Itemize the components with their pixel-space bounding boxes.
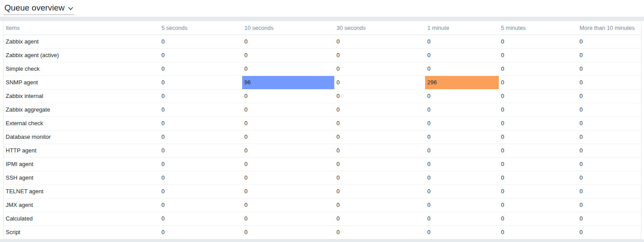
table-header: Items5 seconds10 seconds30 seconds1 minu… — [4, 21, 641, 35]
queue-table-container: Items5 seconds10 seconds30 seconds1 minu… — [3, 21, 641, 239]
queue-count-cell: 0 — [334, 62, 425, 76]
table-row: Zabbix internal000000 — [4, 89, 641, 103]
queue-count-cell: 0 — [577, 103, 641, 116]
table-row: External check000000 — [4, 116, 641, 130]
item-type-label: IPMI agent — [4, 157, 159, 171]
queue-count-cell: 0 — [425, 35, 499, 48]
queue-count-cell: 0 — [425, 48, 499, 62]
page-background-band-top — [0, 17, 644, 21]
queue-count-cell: 0 — [334, 212, 425, 225]
item-type-label: SSH agent — [4, 171, 159, 184]
queue-count-cell: 0 — [499, 171, 577, 184]
queue-count-cell: 0 — [334, 144, 425, 157]
queue-count-cell: 0 — [159, 225, 242, 239]
table-row: Simple check000000 — [4, 62, 641, 76]
queue-count-cell: 0 — [159, 184, 242, 198]
item-type-label: Database monitor — [4, 130, 159, 144]
queue-count-cell: 0 — [242, 62, 334, 76]
table-row: IPMI agent000000 — [4, 157, 641, 171]
column-header-1-minute: 1 minute — [425, 21, 499, 35]
queue-count-cell: 0 — [577, 89, 641, 103]
queue-count-cell-highlighted: 96 — [242, 76, 334, 89]
queue-count-cell: 0 — [577, 130, 641, 144]
queue-count-cell: 0 — [499, 103, 577, 116]
table-row: Calculated000000 — [4, 212, 641, 225]
queue-count-cell: 0 — [159, 212, 242, 225]
item-type-label: Zabbix internal — [4, 89, 159, 103]
page-background-band-bottom — [0, 239, 644, 242]
queue-count-cell: 0 — [499, 184, 577, 198]
queue-count-cell: 0 — [499, 116, 577, 130]
queue-count-cell: 0 — [334, 103, 425, 116]
table-row: SSH agent000000 — [4, 171, 641, 184]
queue-count-cell: 0 — [242, 130, 334, 144]
queue-count-cell: 0 — [334, 89, 425, 103]
queue-count-cell: 0 — [425, 198, 499, 212]
queue-count-cell: 0 — [159, 171, 242, 184]
table-row: Zabbix agent (active)000000 — [4, 48, 641, 62]
queue-count-cell: 0 — [499, 48, 577, 62]
queue-count-cell: 0 — [425, 171, 499, 184]
queue-count-cell: 0 — [499, 76, 577, 89]
item-type-label: Zabbix aggregate — [4, 103, 159, 116]
queue-count-cell: 0 — [242, 89, 334, 103]
queue-count-cell: 0 — [499, 157, 577, 171]
queue-count-cell: 0 — [425, 116, 499, 130]
column-header-30-seconds: 30 seconds — [334, 21, 425, 35]
table-row: HTTP agent000000 — [4, 144, 641, 157]
queue-count-cell: 0 — [242, 35, 334, 48]
column-header-items: Items — [4, 21, 159, 35]
item-type-label: Calculated — [4, 212, 159, 225]
item-type-label: Zabbix agent — [4, 35, 159, 48]
queue-count-cell: 0 — [242, 171, 334, 184]
queue-count-cell: 0 — [334, 198, 425, 212]
table-row: Script000000 — [4, 225, 641, 239]
queue-count-cell: 0 — [425, 144, 499, 157]
queue-count-cell: 0 — [425, 157, 499, 171]
table-row: Database monitor000000 — [4, 130, 641, 144]
queue-count-cell: 0 — [499, 198, 577, 212]
queue-count-cell: 0 — [334, 130, 425, 144]
queue-count-cell: 0 — [499, 89, 577, 103]
queue-count-cell: 0 — [499, 35, 577, 48]
queue-count-cell: 0 — [577, 212, 641, 225]
queue-count-cell: 0 — [242, 225, 334, 239]
queue-count-cell: 0 — [334, 48, 425, 62]
queue-count-cell-highlighted: 296 — [425, 76, 499, 89]
item-type-label: SNMP agent — [4, 76, 159, 89]
item-type-label: Simple check — [4, 62, 159, 76]
queue-count-cell: 0 — [159, 89, 242, 103]
queue-count-cell: 0 — [577, 157, 641, 171]
queue-count-cell: 0 — [425, 62, 499, 76]
queue-count-cell: 0 — [159, 62, 242, 76]
queue-count-cell: 0 — [242, 184, 334, 198]
queue-count-cell: 0 — [334, 116, 425, 130]
queue-count-cell: 0 — [159, 76, 242, 89]
queue-count-cell: 0 — [242, 198, 334, 212]
table-row: Zabbix aggregate000000 — [4, 103, 641, 116]
queue-count-cell: 0 — [334, 184, 425, 198]
queue-count-cell: 0 — [577, 76, 641, 89]
queue-count-cell: 0 — [577, 225, 641, 239]
queue-count-cell: 0 — [159, 116, 242, 130]
table-row: SNMP agent096029600 — [4, 76, 641, 89]
queue-count-cell: 0 — [242, 103, 334, 116]
title-bar: Queue overview — [0, 0, 644, 17]
table-row: Zabbix agent000000 — [4, 35, 641, 48]
queue-count-cell: 0 — [242, 48, 334, 62]
item-type-label: Script — [4, 225, 159, 239]
item-type-label: TELNET agent — [4, 184, 159, 198]
queue-count-cell: 0 — [577, 198, 641, 212]
queue-count-cell: 0 — [499, 144, 577, 157]
queue-count-cell: 0 — [425, 89, 499, 103]
queue-count-cell: 0 — [159, 157, 242, 171]
queue-count-cell: 0 — [159, 103, 242, 116]
queue-count-cell: 0 — [242, 116, 334, 130]
queue-overview-dropdown[interactable]: Queue overview — [4, 3, 74, 15]
table-row: JMX agent000000 — [4, 198, 641, 212]
page-title: Queue overview — [4, 3, 64, 13]
queue-count-cell: 0 — [499, 225, 577, 239]
queue-count-cell: 0 — [334, 157, 425, 171]
queue-table: Items5 seconds10 seconds30 seconds1 minu… — [4, 21, 641, 239]
queue-count-cell: 0 — [159, 130, 242, 144]
